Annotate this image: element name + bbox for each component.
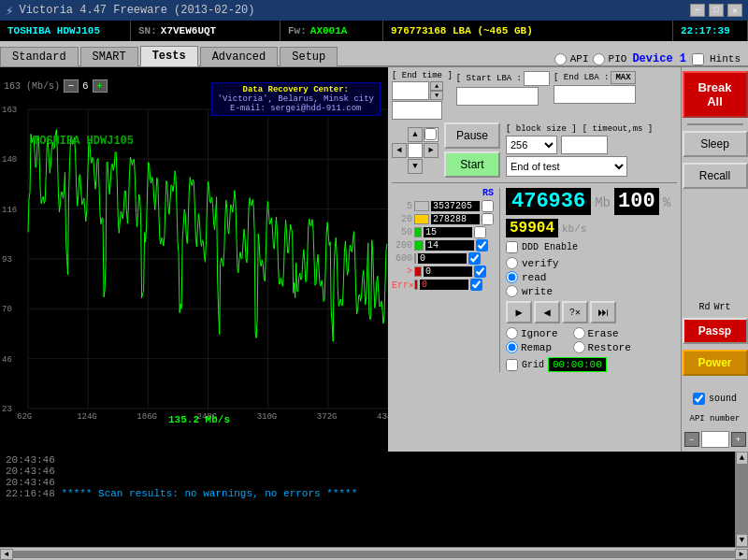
sleep-button[interactable]: Sleep: [683, 131, 748, 157]
time-up-btn[interactable]: ▲: [430, 81, 443, 91]
fw-label: Fw:: [288, 25, 307, 36]
ignore-radio-row: Ignore: [506, 327, 558, 339]
ddd-label: DDD Enable: [522, 242, 578, 252]
status-select[interactable]: End of test Ignore Erase Remap: [506, 156, 627, 177]
timeout-input[interactable]: 1000: [561, 136, 608, 154]
pio-radio[interactable]: [593, 53, 605, 65]
left-arrow-btn[interactable]: ◄: [392, 143, 407, 158]
scroll-down-btn[interactable]: ▼: [736, 534, 748, 547]
hints-checkbox[interactable]: [692, 53, 704, 65]
end-lba-header: [ End LBA : MAX: [554, 71, 636, 84]
params-section: [ End time ] 2:24 ▲ ▼ 0: [392, 71, 677, 120]
up-arrow-btn[interactable]: ▲: [408, 127, 423, 142]
mb-unit: Mb: [595, 195, 611, 210]
break-all-button[interactable]: Break All: [683, 71, 748, 118]
minimize-button[interactable]: ─: [690, 4, 705, 17]
tab-setup[interactable]: Setup: [280, 47, 338, 66]
api-input-row: − 1 +: [684, 431, 746, 448]
c200-label: 200: [392, 240, 412, 251]
c200-val: 14: [425, 240, 474, 251]
rewind-btn[interactable]: ◀: [534, 301, 560, 323]
grid-checkbox[interactable]: [506, 359, 518, 371]
tab-smart[interactable]: SMART: [80, 47, 138, 66]
max-button[interactable]: MAX: [611, 71, 635, 84]
pause-button[interactable]: Pause: [444, 122, 500, 149]
advert-line1: 'Victoria', Belarus, Minsk city: [218, 94, 374, 104]
end-time-group: [ End time ] 2:24 ▲ ▼ 0: [392, 71, 453, 120]
close-button[interactable]: ✕: [727, 4, 742, 17]
erase-radio[interactable]: [573, 327, 585, 339]
device-label: Device 1: [632, 52, 686, 65]
arrow-checkbox[interactable]: [424, 128, 437, 140]
block-timeout-labels: [ block size ] [ timeout,ms ]: [506, 124, 653, 134]
tab-tests[interactable]: Tests: [140, 46, 198, 66]
api-minus-btn[interactable]: −: [684, 432, 699, 447]
counters-stats-row: RS 5 3537205 20: [392, 188, 677, 372]
down-arrow-btn[interactable]: ▼: [408, 159, 423, 174]
lba1-input[interactable]: 0: [392, 101, 442, 120]
api-radio-group: API PIO: [554, 53, 627, 65]
start-lba-val[interactable]: 0: [524, 71, 550, 86]
ddd-checkbox[interactable]: [506, 241, 518, 253]
advert-title: Data Recovery Center:: [218, 85, 374, 94]
ignore-radio[interactable]: [506, 327, 518, 339]
arrow-pad: ▲ ◄ ► ▼: [392, 127, 439, 174]
tab-bar: Standard SMART Tests Advanced Setup API …: [0, 41, 748, 67]
log-line-1: 20:43:46 Get passport... OK: [6, 454, 729, 466]
read-radio[interactable]: [506, 271, 518, 283]
recall-button[interactable]: Recall: [683, 163, 748, 189]
right-arrow-btn[interactable]: ►: [424, 143, 439, 158]
graph-minus-btn[interactable]: −: [64, 79, 79, 93]
scroll-up-btn[interactable]: ▲: [736, 452, 748, 465]
skip-btn[interactable]: ⏭: [590, 301, 616, 323]
c600-check[interactable]: [468, 252, 481, 265]
c5-bar: [414, 201, 429, 211]
lba2-input[interactable]: 976773167: [456, 87, 539, 106]
restore-label: Restore: [588, 342, 631, 353]
api-plus-btn[interactable]: +: [731, 432, 746, 447]
app-icon: ⚡: [6, 3, 13, 19]
lba-info: 976773168 LBA (~465 GB): [383, 21, 673, 41]
block-size-select[interactable]: 2565121024: [506, 136, 557, 154]
remap-radio[interactable]: [506, 341, 518, 353]
h-scroll-track[interactable]: [13, 551, 735, 558]
power-button[interactable]: Power: [683, 350, 748, 376]
vrw-section: verify read write: [506, 257, 670, 297]
maximize-button[interactable]: □: [709, 4, 724, 17]
center-panel: [ End time ] 2:24 ▲ ▼ 0: [388, 67, 681, 452]
erase-radio-row: Erase: [573, 327, 631, 339]
scroll-track[interactable]: [736, 465, 748, 534]
c20-check[interactable]: [482, 213, 494, 225]
graph-plus-btn[interactable]: +: [93, 79, 108, 93]
play-btn[interactable]: ▶: [506, 301, 532, 323]
tab-advanced[interactable]: Advanced: [200, 47, 279, 66]
verify-radio[interactable]: [506, 257, 518, 269]
cgt-val: 0: [424, 266, 472, 277]
lba3-input[interactable]: 976773167: [554, 85, 636, 104]
left-content: 163 (Mb/s) − 6 + Data Recovery Center: '…: [0, 67, 748, 560]
passp-button[interactable]: Passp: [683, 318, 748, 344]
sound-checkbox[interactable]: [693, 393, 705, 405]
api-radio[interactable]: [554, 53, 567, 65]
options-section: Ignore Remap: [506, 327, 670, 353]
scroll-right-btn[interactable]: ►: [735, 549, 748, 560]
c5-check[interactable]: [482, 200, 494, 212]
api-number-input[interactable]: 1: [701, 431, 729, 448]
counter-row-600: 600 0: [392, 252, 494, 265]
cerr-check[interactable]: [470, 279, 482, 291]
restore-radio[interactable]: [573, 341, 585, 353]
start-button[interactable]: Start: [444, 151, 500, 178]
center-btn[interactable]: [408, 143, 423, 158]
time-down-btn[interactable]: ▼: [430, 91, 443, 100]
question-btn[interactable]: ?✕: [562, 301, 588, 323]
tab-standard[interactable]: Standard: [0, 47, 79, 66]
end-time-input[interactable]: 2:24: [392, 81, 429, 100]
cgt-check[interactable]: [474, 266, 486, 278]
write-radio[interactable]: [506, 285, 518, 297]
scroll-left-btn[interactable]: ◄: [0, 549, 13, 560]
serial-number: SN: X7VEW6UQT: [131, 21, 280, 41]
c50-check[interactable]: [474, 226, 486, 238]
sep1: [687, 123, 743, 125]
c200-check[interactable]: [476, 239, 488, 251]
counters-section: RS 5 3537205 20: [392, 188, 494, 372]
